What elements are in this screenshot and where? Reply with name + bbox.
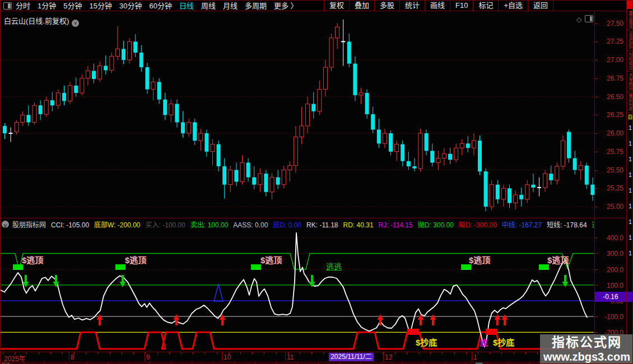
strip-tab[interactable]: 筹码分布 <box>627 94 633 111</box>
panel-toggle-icon[interactable] <box>585 15 593 22</box>
date-tick <box>418 352 419 354</box>
chevron-down-icon[interactable]: ∨ <box>2 221 9 228</box>
signal-text: $抄底 <box>416 336 437 348</box>
tool-button-标记[interactable]: 标记 <box>473 1 498 11</box>
signal-text: $逃顶 <box>547 254 569 265</box>
strip-rank-item[interactable]: 1 <box>627 199 633 214</box>
strip-tab[interactable]: 分价成交 <box>627 52 633 70</box>
strip-self-tab[interactable]: 自 <box>627 113 633 120</box>
tool-button-画线[interactable]: 画线 <box>425 1 450 11</box>
indicator-axis-label: 200.0 <box>598 266 623 274</box>
date-tick <box>3 352 3 354</box>
tool-button-返回[interactable]: 返回 <box>528 1 553 11</box>
strip-tab[interactable]: 委买委卖 <box>627 11 633 29</box>
strip-rank-item[interactable]: 1 <box>627 152 633 167</box>
watermark: 指标公式网 www.zbgs3.com <box>540 334 633 364</box>
right-side-tab-strip[interactable]: 委买委卖买卖队列分价成交大单统计筹码分布自111111111 <box>627 1 633 364</box>
date-tick <box>264 352 264 354</box>
indicator-field: AASS: 0.00 <box>233 221 268 229</box>
price-axis-label: 26.00 <box>598 129 623 137</box>
date-label: 2025年 <box>4 353 26 363</box>
price-axis-label: 26.75 <box>598 74 623 82</box>
axis-tick <box>595 133 598 134</box>
indicator-field: 逃顶线: -5.0 <box>592 221 594 229</box>
tool-button-复权[interactable]: 复权 <box>324 1 349 11</box>
indicator-name: 股朋指标网 <box>12 221 46 229</box>
strip-rank-item[interactable]: 1 <box>627 214 633 230</box>
tool-button-统计[interactable]: 统计 <box>399 1 425 11</box>
chevron-down-icon[interactable]: ∨ <box>72 20 79 27</box>
window-split-icon[interactable] <box>3 2 12 10</box>
date-tick <box>169 352 170 354</box>
date-label: 12 <box>385 353 392 361</box>
period-tab-分时[interactable]: 分时 <box>16 1 30 11</box>
axis-tick <box>595 152 598 152</box>
strip-rank-item[interactable]: 1 <box>627 120 633 136</box>
chart-corner-icons: ◇ <box>576 15 593 24</box>
date-row-top-border <box>1 352 626 352</box>
strip-rank-item[interactable]: 1 <box>627 183 633 199</box>
date-tick <box>430 352 431 354</box>
strip-rank-item[interactable]: 1 <box>627 167 633 183</box>
tool-button-多股[interactable]: 多股 <box>374 1 399 11</box>
date-tick <box>300 352 300 354</box>
price-axis-label: 27.25 <box>598 38 623 45</box>
month-tick <box>222 352 222 361</box>
period-tab-更多 〉[interactable]: 更多 〉 <box>274 1 298 11</box>
signal-text: $逃顶 <box>125 254 146 265</box>
tool-button-+自选[interactable]: +自选 <box>498 1 528 11</box>
date-tick <box>204 352 205 354</box>
period-tab-1分钟[interactable]: 1分钟 <box>38 1 56 11</box>
date-tick <box>454 352 455 354</box>
strip-tab[interactable]: 大单统计 <box>627 73 633 91</box>
indicator-axis-label: 300.0 <box>598 250 623 258</box>
price-axis-label: 27.00 <box>598 56 623 64</box>
period-tab-5分钟[interactable]: 5分钟 <box>63 1 82 11</box>
tool-button-叠加[interactable]: 叠加 <box>349 1 374 11</box>
date-tick <box>181 352 181 354</box>
axis-tick <box>595 97 598 97</box>
indicator-field: RK: -11.18 <box>306 221 338 229</box>
date-label: 10 <box>224 353 231 361</box>
indicator-field: 抛D: 300.00 <box>418 221 454 229</box>
diamond-icon[interactable]: ◇ <box>576 16 585 24</box>
strip-top-button[interactable] <box>627 1 633 9</box>
axis-tick <box>595 41 598 42</box>
axis-tick <box>595 115 598 115</box>
signal-text: $逃顶 <box>22 254 43 265</box>
period-tab-30分钟[interactable]: 30分钟 <box>119 1 142 11</box>
axis-tick <box>595 170 598 171</box>
price-axis-label: 25.50 <box>598 166 623 174</box>
indicator-field: 底部W: -200.00 <box>94 221 140 229</box>
strip-rank-item[interactable]: 1 <box>627 136 633 152</box>
strip-tab[interactable]: 买卖队列 <box>627 31 633 49</box>
period-tab-月线[interactable]: 月线 <box>223 1 238 11</box>
signal-text: $逃顶 <box>469 254 490 265</box>
date-tick <box>276 352 277 354</box>
date-tick <box>323 352 324 354</box>
date-tick <box>525 352 526 354</box>
axis-tick <box>595 24 598 24</box>
date-tick <box>157 352 158 354</box>
toolbar-divider <box>13 2 13 10</box>
chart-canvas <box>1 1 594 362</box>
strip-rank-item[interactable]: 1 <box>627 230 633 246</box>
tools-menu: 复权叠加多股统计画线F10标记+自选返回 <box>324 1 553 11</box>
period-tab-15分钟[interactable]: 15分钟 <box>89 1 111 11</box>
date-tick <box>537 352 538 354</box>
period-tab-周线[interactable]: 周线 <box>201 1 216 11</box>
symbol-title: 白云山(日线.前复权) <box>4 17 69 25</box>
date-tick <box>395 352 395 354</box>
period-tab-多周期[interactable]: 多周期 <box>245 1 267 11</box>
period-tab-日线[interactable]: 日线 <box>179 1 194 11</box>
date-tick <box>311 352 312 354</box>
strip-divider <box>627 50 633 51</box>
price-axis-label: 25.25 <box>598 184 623 192</box>
price-axis-label: 26.25 <box>598 111 623 119</box>
price-axis-label: 27.50 <box>598 20 623 27</box>
period-tab-60分钟[interactable]: 60分钟 <box>149 1 171 11</box>
indicator-field: 吸D: -300.00 <box>459 221 497 229</box>
strip-highlight-band <box>627 292 633 302</box>
tool-button-F10[interactable]: F10 <box>450 1 473 11</box>
strip-rank-item[interactable]: 1 <box>627 246 633 262</box>
